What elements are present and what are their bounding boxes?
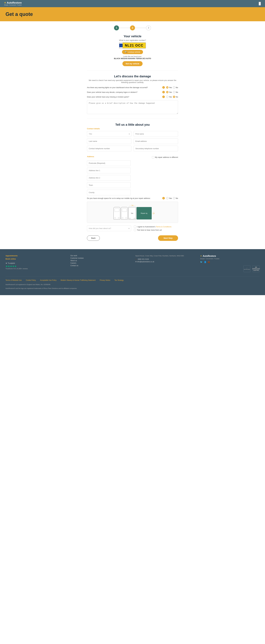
- q2-yes-option[interactable]: Yes: [166, 91, 172, 93]
- question-3-text: Does your vehicle have any missing or br…: [87, 96, 161, 98]
- footer-tax-strategy[interactable]: Tax Strategy: [114, 279, 124, 281]
- newsletter-checkbox-label[interactable]: Tick here to hear more from us!: [134, 229, 178, 231]
- badge-imi: IMIAPPROVEDCENTRE: [253, 265, 260, 272]
- step-3[interactable]: 3: [146, 26, 151, 30]
- secondary-phone-input[interactable]: [134, 146, 178, 151]
- address1-input[interactable]: [87, 168, 131, 173]
- car-2: [121, 207, 128, 220]
- footer-legal-2: AutoRestore® and the logo are registered…: [5, 287, 260, 290]
- damage-description-textarea[interactable]: [87, 100, 178, 114]
- repair-address-checkbox[interactable]: [152, 156, 154, 158]
- rig-yes-radio[interactable]: [166, 197, 168, 199]
- trustpilot-score: TrustScore 4.9 | 14,300+ reviews: [5, 268, 65, 270]
- footer-link-customer-reviews[interactable]: Customer reviews: [70, 257, 130, 259]
- q3-no-option[interactable]: No: [173, 96, 178, 98]
- postcode-field-wrapper: [87, 160, 131, 166]
- section-divider-1: [87, 70, 178, 70]
- mobile-rig-question-row: Do you have enough space for us to setup…: [87, 197, 178, 200]
- footer-cookie-policy[interactable]: Cookie Policy: [26, 279, 36, 281]
- email-field-wrapper: [134, 138, 178, 144]
- lookup-vehicle-button[interactable]: 🔍 Lookup vehicle: [122, 50, 143, 54]
- terms-checkbox-label[interactable]: I agree to Autorestore's Terms & Conditi…: [134, 226, 178, 228]
- postcode-input[interactable]: [87, 160, 131, 166]
- q3-no-radio[interactable]: [173, 96, 175, 98]
- rig-no-radio[interactable]: [173, 197, 175, 199]
- q2-yes-radio[interactable]: [166, 91, 168, 93]
- rig-no-option[interactable]: No: [173, 197, 178, 199]
- newsletter-checkbox[interactable]: [134, 229, 136, 231]
- q3-yes-radio[interactable]: [166, 96, 168, 98]
- question-row-1: Are there any warning lights on your das…: [87, 86, 178, 89]
- footer-acceptable-use[interactable]: Acceptable Use Policy: [40, 279, 56, 281]
- page-title: Get a quote: [5, 11, 260, 17]
- vehicle-section-title: Your vehicle: [87, 34, 178, 38]
- registration-plate: ★ GB NL21 OCC: [119, 42, 146, 48]
- q1-yes-radio[interactable]: [166, 86, 168, 88]
- county-row: [87, 190, 178, 195]
- linkedin-icon[interactable]: 💼: [208, 261, 210, 263]
- county-input[interactable]: [87, 190, 131, 195]
- info-badge-3: i: [162, 96, 165, 98]
- rig-yes-option[interactable]: Yes: [166, 197, 172, 199]
- not-my-vehicle-button[interactable]: Not my vehicle: [122, 61, 143, 66]
- main-content: 1 2 3 Your vehicle What is your registra…: [84, 21, 181, 249]
- last-name-input[interactable]: [87, 138, 131, 144]
- info-badge-rig: i: [162, 197, 165, 200]
- contact-phone-field-wrapper: [87, 146, 131, 151]
- terms-link[interactable]: Terms & Conditions: [156, 226, 171, 228]
- footer-email: ✉ info@autorestore.co.uk: [135, 261, 195, 263]
- footer-privacy-notice[interactable]: Privacy Notice: [100, 279, 110, 281]
- back-button[interactable]: Back: [87, 236, 100, 241]
- address1-row: [87, 168, 178, 173]
- q1-no-radio[interactable]: [173, 86, 175, 88]
- next-step-button[interactable]: Next Step: [158, 235, 178, 241]
- footer-phone: 📞 0800 321 0133: [135, 258, 195, 260]
- footer-book-online-title[interactable]: Book online: [5, 258, 65, 260]
- footer-terms-of-use[interactable]: Terms of Website Use: [5, 279, 22, 281]
- footer-link-about-us[interactable]: About us: [70, 260, 130, 262]
- step-2[interactable]: 2: [130, 26, 135, 30]
- navigation-buttons: Back Next Step: [87, 235, 178, 241]
- q1-yes-option[interactable]: Yes: [166, 86, 172, 88]
- footer-link-careers[interactable]: Careers: [70, 262, 130, 264]
- email-input[interactable]: [134, 138, 178, 144]
- registration-number[interactable]: NL21 OCC: [123, 43, 146, 48]
- title-select[interactable]: Title Mr Mrs Miss Ms Dr: [87, 131, 131, 137]
- address-label: Address: [87, 156, 94, 158]
- address-section: Address My repair address is different: [87, 156, 178, 223]
- menu-button[interactable]: ≡: [259, 2, 261, 6]
- question-3-radio: Yes No: [166, 96, 178, 98]
- q1-no-option[interactable]: No: [173, 86, 178, 88]
- step-1[interactable]: 1: [114, 26, 119, 30]
- header: ✳ AutoRestore Simple. Convenient. Truste…: [0, 0, 265, 7]
- address2-input[interactable]: [87, 175, 131, 181]
- mobile-rig-question-text: Do you have enough space for us to setup…: [87, 197, 161, 199]
- town-input[interactable]: [87, 182, 131, 188]
- hero-banner: Get a quote: [0, 7, 265, 21]
- vehicle-section: Your vehicle What is your registration n…: [87, 34, 178, 66]
- twitter-icon[interactable]: 🐦: [200, 261, 203, 263]
- q3-yes-option[interactable]: Yes: [166, 96, 172, 98]
- q2-no-radio[interactable]: [173, 91, 175, 93]
- footer-link-our-work[interactable]: Our work: [70, 255, 130, 256]
- county-field-wrapper: [87, 190, 131, 195]
- facebook-icon[interactable]: 📘: [204, 261, 206, 263]
- first-name-input[interactable]: [134, 131, 178, 137]
- trustpilot-stars: ★★★★★: [5, 265, 65, 268]
- footer-col-logo: ✳ AutoRestore Simple. Convenient. Truste…: [200, 255, 260, 272]
- hear-terms-row: How did you hear about us? Google Social…: [87, 226, 178, 231]
- title-field-wrapper: Title Mr Mrs Miss Ms Dr ▾: [87, 131, 131, 137]
- hear-about-us-select[interactable]: How did you hear about us? Google Social…: [87, 226, 131, 231]
- terms-checkbox[interactable]: [134, 226, 136, 228]
- repair-address-different-label[interactable]: My repair address is different: [152, 156, 178, 158]
- badge-1: ✓APPROVED: [244, 265, 250, 272]
- footer-link-contact-us[interactable]: Contact us: [70, 264, 130, 266]
- footer-modern-slavery[interactable]: Modern Slavery & Human Trafficking State…: [61, 279, 95, 281]
- q2-no-option[interactable]: No: [173, 91, 178, 93]
- question-1-text: Are there any warning lights on your das…: [87, 86, 161, 88]
- footer-appointments-title[interactable]: Appointments: [5, 255, 65, 257]
- contact-phone-input[interactable]: [87, 146, 131, 151]
- rig-diagram: ← 3m →: [87, 202, 178, 223]
- logo: ✳ AutoRestore: [4, 2, 22, 4]
- step-line-1: [119, 28, 130, 28]
